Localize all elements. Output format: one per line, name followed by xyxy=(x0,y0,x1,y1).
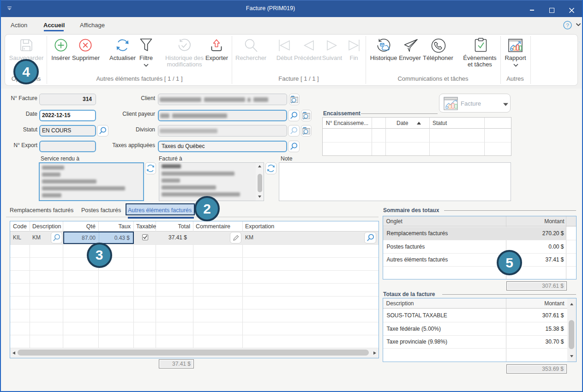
svg-text:?: ? xyxy=(566,23,569,28)
